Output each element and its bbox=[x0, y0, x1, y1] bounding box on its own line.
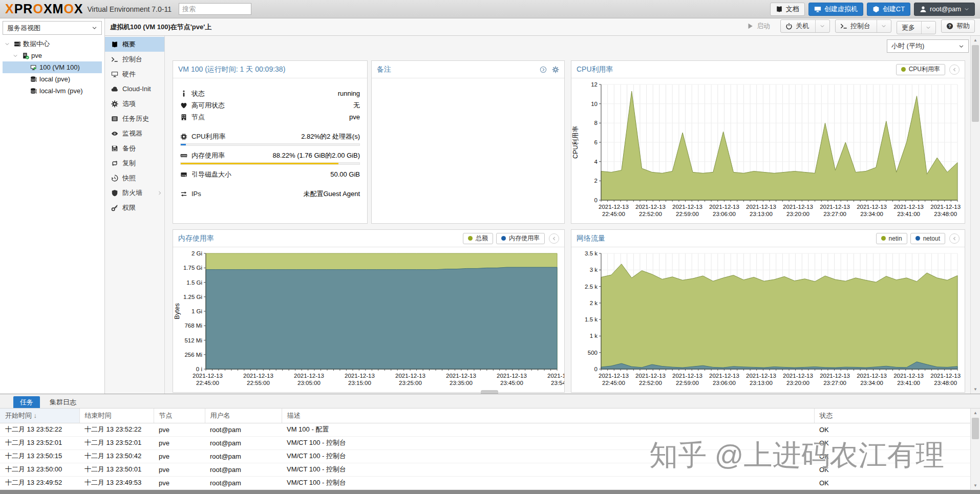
status-label: 内存使用率 bbox=[191, 151, 225, 160]
tree-item-node-pve[interactable]: pve bbox=[3, 50, 102, 61]
undo-zoom-icon[interactable] bbox=[549, 233, 559, 244]
nav-item-permissions[interactable]: 权限 bbox=[105, 200, 164, 215]
scrollbar-thumb[interactable] bbox=[972, 45, 979, 122]
cube-icon bbox=[872, 6, 880, 13]
cpu-chart-panel: CPU利用率 CPU利用率 0246810122021-12-1322:45:0… bbox=[571, 60, 965, 224]
table-scrollbar[interactable]: ▲ ▼ bbox=[970, 409, 980, 490]
column-header-结束时间[interactable]: 结束时间 bbox=[79, 409, 154, 423]
chevron-down-icon bbox=[5, 41, 10, 47]
column-header-节点[interactable]: 节点 bbox=[154, 409, 205, 423]
task-row[interactable]: 十二月 13 23:52:22十二月 13 23:52:22pveroot@pa… bbox=[0, 423, 970, 436]
column-header-状态[interactable]: 状态 bbox=[814, 409, 970, 423]
user-menu-button[interactable]: root@pam bbox=[914, 3, 975, 16]
task-cell: 十二月 13 23:52:22 bbox=[79, 423, 154, 436]
documentation-button[interactable]: 文档 bbox=[770, 3, 805, 16]
nav-item-backup[interactable]: 备份 bbox=[105, 141, 164, 156]
nav-item-monitor[interactable]: 监视器 bbox=[105, 126, 164, 141]
task-cell: 十二月 13 23:50:00 bbox=[0, 463, 79, 476]
notes-panel-header: 备注 bbox=[372, 61, 564, 78]
memory-icon bbox=[180, 152, 187, 159]
toolbar-buttons: 启动关机控制台更多?帮助 bbox=[736, 19, 975, 34]
task-cell: root@pam bbox=[205, 463, 282, 476]
nav-item-replication[interactable]: 复制 bbox=[105, 156, 164, 170]
chevron-down-icon bbox=[92, 25, 97, 31]
scroll-down-icon[interactable]: ▼ bbox=[971, 481, 980, 490]
user-menu-button-label: root@pam bbox=[930, 5, 961, 13]
terminal-icon bbox=[111, 56, 118, 63]
expander-icon[interactable] bbox=[13, 53, 20, 58]
console-button[interactable]: 控制台 bbox=[835, 19, 891, 33]
tree-item-datacenter[interactable]: 数据中心 bbox=[3, 38, 102, 50]
task-row[interactable]: 十二月 13 23:52:01十二月 13 23:52:01pveroot@pa… bbox=[0, 436, 970, 449]
cpu-usage-svg: 0246810122021-12-1322:45:002021-12-1322:… bbox=[571, 78, 965, 224]
tree-item-label: 100 (VM 100) bbox=[39, 63, 80, 71]
expander-icon[interactable] bbox=[5, 41, 12, 47]
task-cell: OK bbox=[814, 436, 970, 449]
legend-netout[interactable]: netout bbox=[910, 233, 945, 244]
chevron-down-icon bbox=[13, 53, 18, 58]
nav-item-hardware[interactable]: 硬件 bbox=[105, 67, 164, 81]
scroll-down-icon[interactable]: ▼ bbox=[971, 385, 980, 394]
nav-item-label: 控制台 bbox=[122, 55, 142, 64]
tab-cluster-log[interactable]: 集群日志 bbox=[43, 396, 83, 408]
task-row[interactable]: 十二月 13 23:50:15十二月 13 23:50:42pveroot@pa… bbox=[0, 449, 970, 463]
notes-panel: 备注 bbox=[371, 60, 565, 224]
gear-icon[interactable] bbox=[552, 66, 559, 73]
tab-tasks[interactable]: 任务 bbox=[13, 396, 40, 408]
task-cell: pve bbox=[154, 463, 205, 476]
scrollbar-thumb[interactable] bbox=[972, 418, 979, 439]
search-input[interactable] bbox=[179, 3, 251, 15]
scroll-up-icon[interactable]: ▲ bbox=[971, 36, 980, 45]
nav-item-task-history[interactable]: 任务历史 bbox=[105, 111, 164, 126]
nav-item-options[interactable]: 选项 bbox=[105, 96, 164, 111]
tree-item-storage-local-lvm[interactable]: local-lvm (pve) bbox=[3, 85, 102, 97]
cpu-chart-header: CPU利用率 CPU利用率 bbox=[571, 61, 965, 78]
create-vm-button[interactable]: 创建虚拟机 bbox=[808, 3, 863, 16]
help-button[interactable]: ?帮助 bbox=[941, 19, 975, 33]
legend-netin[interactable]: netin bbox=[876, 233, 907, 244]
column-header-描述[interactable]: 描述 bbox=[282, 409, 814, 423]
undo-zoom-icon[interactable] bbox=[949, 233, 960, 244]
create-ct-button[interactable]: 创建CT bbox=[867, 3, 910, 16]
svg-text:2021-12-13: 2021-12-13 bbox=[635, 204, 666, 210]
tree-item-vm-100[interactable]: 100 (VM 100) bbox=[3, 61, 102, 73]
nav-item-summary[interactable]: 概要 bbox=[105, 37, 164, 52]
svg-text:22:55:00: 22:55:00 bbox=[247, 380, 270, 386]
legend-内存使用率[interactable]: 内存使用率 bbox=[496, 233, 545, 244]
task-row[interactable]: 十二月 13 23:49:52十二月 13 23:49:53pveroot@pa… bbox=[0, 476, 970, 489]
status-row-node: 节点pve bbox=[180, 111, 360, 123]
column-header-开始时间[interactable]: 开始时间 ↓ bbox=[0, 409, 79, 423]
legend-dot-icon bbox=[501, 236, 506, 241]
tree-item-storage-local[interactable]: local (pve) bbox=[3, 73, 102, 85]
svg-text:23:20:00: 23:20:00 bbox=[786, 211, 809, 217]
monitor-icon bbox=[111, 71, 118, 78]
tree-item-label: local-lvm (pve) bbox=[39, 87, 83, 95]
splitter-handle[interactable] bbox=[481, 390, 498, 394]
column-header-用户名[interactable]: 用户名 bbox=[205, 409, 282, 423]
memory-chart-legend: 总额内存使用率 bbox=[460, 233, 545, 244]
scroll-up-icon[interactable]: ▲ bbox=[971, 409, 980, 417]
shutdown-button-label: 关机 bbox=[796, 22, 809, 31]
svg-text:256 Mi: 256 Mi bbox=[184, 352, 202, 358]
more-button[interactable]: 更多 bbox=[897, 21, 936, 34]
nav-item-snapshots[interactable]: 快照 bbox=[105, 170, 164, 185]
nav-item-console[interactable]: 控制台 bbox=[105, 52, 164, 67]
undo-zoom-icon[interactable] bbox=[949, 65, 960, 75]
nav-item-label: 任务历史 bbox=[122, 114, 149, 123]
notes-body[interactable] bbox=[372, 78, 564, 224]
nav-item-firewall[interactable]: 防火墙 bbox=[105, 185, 164, 200]
svg-text:12: 12 bbox=[591, 81, 598, 88]
open-notes-icon[interactable] bbox=[540, 66, 547, 73]
task-cell: OK bbox=[814, 476, 970, 489]
play-icon bbox=[747, 23, 754, 30]
period-selector[interactable]: 小时 (平均) bbox=[887, 39, 969, 53]
shutdown-button[interactable]: 关机 bbox=[780, 19, 830, 33]
user-icon bbox=[920, 6, 927, 13]
view-selector[interactable]: 服务器视图 bbox=[3, 21, 102, 35]
task-row[interactable]: 十二月 13 23:50:00十二月 13 23:50:01pveroot@pa… bbox=[0, 463, 970, 476]
legend-CPU利用率[interactable]: CPU利用率 bbox=[896, 64, 945, 75]
legend-总额[interactable]: 总额 bbox=[463, 233, 493, 244]
nav-item-cloud-init[interactable]: Cloud-Init bbox=[105, 81, 164, 96]
main-scrollbar[interactable]: ▲ ▼ bbox=[970, 36, 980, 394]
svg-text:2021-12-13: 2021-12-13 bbox=[395, 373, 425, 379]
